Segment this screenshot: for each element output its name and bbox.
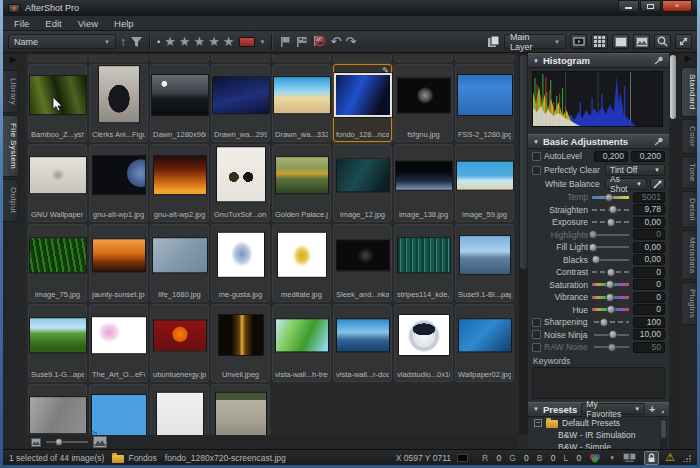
tab-tone[interactable]: Tone (681, 156, 697, 189)
slider-handle-vibrance[interactable] (606, 293, 615, 302)
slider-saturation[interactable] (591, 280, 630, 289)
tab-plugins[interactable]: Plugins (681, 282, 697, 325)
thumbnail-cell[interactable]: stripes114_kde.jpg (394, 224, 453, 302)
tab-detail[interactable]: Detail (681, 191, 697, 228)
slider-handle-highlights[interactable] (588, 230, 597, 239)
filter-funnel-icon[interactable] (130, 36, 143, 48)
star-icon[interactable]: ★ (223, 35, 236, 48)
large-thumbnails-icon[interactable] (93, 436, 107, 448)
resize-grip[interactable] (683, 454, 691, 462)
thumbnail-cell[interactable]: jaunty-sunset.jpg (89, 224, 148, 302)
value-noise-ninja[interactable]: 10,00 (633, 329, 665, 340)
thumbnail-size-handle[interactable] (55, 438, 63, 446)
value-temp[interactable]: 5001 (633, 192, 665, 203)
thumbnail-cell[interactable]: Drawn_wa...299_.jpg (211, 64, 270, 142)
sort-ascending-icon[interactable]: ↑ (120, 36, 126, 48)
rotate-right-icon[interactable]: ↷ (345, 35, 356, 48)
panel-collapse-arrow-icon[interactable]: ▶ (10, 55, 16, 64)
checkbox-sharpening[interactable] (532, 318, 541, 327)
thumbnail-cell[interactable]: me-gusta.jpg (211, 224, 270, 302)
checkbox-noise-ninja[interactable] (532, 330, 541, 339)
tab-metadata[interactable]: Metadata (681, 230, 697, 281)
value-highlights[interactable]: 0 (633, 229, 665, 240)
thumbnail-cell[interactable]: fsfgnu.jpg (394, 64, 453, 142)
panel-scrollbar[interactable] (669, 53, 677, 449)
thumbnail-cell[interactable]: GnuTuxSof...on-v1.jpg (211, 144, 270, 222)
tab-library[interactable]: Library (3, 70, 19, 113)
autolevel-checkbox[interactable] (532, 152, 541, 161)
thumbnail-cell[interactable]: Dawn_1280x960.jpg (150, 64, 209, 142)
small-thumbnails-icon[interactable] (31, 438, 41, 447)
thumbnail-cell[interactable] (28, 384, 87, 435)
value-raw-noise[interactable]: 50 (633, 342, 665, 353)
keywords-input[interactable] (532, 367, 665, 399)
duplicate-version-icon[interactable] (487, 35, 500, 48)
tree-collapse-icon[interactable]: − (534, 419, 542, 427)
thumbnail-cell-clipped[interactable] (333, 55, 392, 62)
slider-exposure[interactable] (591, 218, 630, 227)
magnify-button[interactable] (654, 34, 671, 49)
chevron-down-icon[interactable]: ▼ (609, 455, 615, 461)
thumbnail-cell[interactable] (150, 384, 209, 435)
grid-scrollbar-thumb[interactable] (520, 55, 527, 269)
pin-icon[interactable] (661, 405, 664, 414)
value-exposure[interactable]: 0,00 (633, 217, 665, 228)
presets-scrollbar-thumb[interactable] (661, 420, 666, 438)
color-management-button[interactable] (587, 452, 603, 464)
slider-handle-hue[interactable] (606, 305, 615, 314)
autolevel-black-value[interactable]: 0,200 (594, 151, 628, 162)
slider-handle-noise-ninja[interactable] (609, 330, 618, 339)
thumbnail-cell[interactable]: image_138.jpg (394, 144, 453, 222)
menu-file[interactable]: File (6, 17, 37, 30)
histogram-header[interactable]: ▼ Histogram (528, 53, 669, 68)
slider-handle-blacks[interactable] (592, 255, 601, 264)
slider-contrast[interactable] (591, 268, 630, 277)
flag-reject-icon[interactable] (312, 35, 326, 48)
thumbnail-cell[interactable]: meditate.jpg (272, 224, 331, 302)
thumbnail-cell[interactable]: Sleek_and...nkahn.jpg (333, 224, 392, 302)
thumbnail-cell[interactable]: Drawn_wa...332_.jpg (272, 64, 331, 142)
thumbnail-cell-clipped[interactable] (455, 55, 514, 62)
presets-header[interactable]: ▼ Presets My Favorites ▼ + (528, 402, 669, 417)
white-balance-picker-button[interactable] (650, 178, 665, 190)
slider-straighten[interactable] (591, 205, 630, 214)
layer-selector-dropdown[interactable]: Main Layer ▼ (504, 34, 566, 49)
thumbnail-cell-clipped[interactable] (211, 55, 270, 62)
no-rating-dot-icon[interactable]: • (157, 37, 160, 47)
thumbnail-cell[interactable]: vista-wall...h-tree.jpg (272, 304, 331, 382)
thumbnail-cell[interactable]: ✎fondo_128...ncast.jpg (333, 64, 392, 142)
thumbnail-cell[interactable]: Unveil.jpeg (211, 304, 270, 382)
thumbnail-cell[interactable]: vladstudio...0x1024.jpg (394, 304, 453, 382)
thumbnail-cell[interactable]: image_59.jpg (455, 144, 514, 222)
add-preset-button[interactable]: + (649, 404, 655, 415)
flag-review-icon[interactable] (295, 36, 308, 48)
value-straighten[interactable]: 9,78 (633, 204, 665, 215)
value-vibrance[interactable]: 0 (633, 292, 665, 303)
sort-by-dropdown[interactable]: Name ▼ (8, 34, 116, 49)
thumbnail-cell[interactable]: image_12.jpg (333, 144, 392, 222)
slider-highlights[interactable] (591, 230, 630, 239)
thumbnail-cell[interactable]: Suse9.1-G...apers.jpg (28, 304, 87, 382)
thumbnail-cell[interactable]: gnu-alt-wp2.jpg (150, 144, 209, 222)
slider-handle-saturation[interactable] (606, 280, 615, 289)
tab-standard[interactable]: Standard (681, 67, 697, 117)
panel-scrollbar-thumb[interactable] (670, 55, 676, 119)
preset-item-b-w-simple[interactable]: B&W - Simple (528, 441, 669, 450)
thumbnail-cell[interactable]: life_1680.jpg (150, 224, 209, 302)
menu-edit[interactable]: Edit (37, 17, 69, 30)
slider-raw-noise[interactable] (593, 343, 630, 352)
close-button[interactable]: × (662, 0, 692, 12)
image-view-button[interactable] (633, 34, 650, 49)
thumbnail-cell[interactable]: ubuntuenergy.jpg (150, 304, 209, 382)
slider-handle-contrast[interactable] (606, 268, 615, 277)
thumbnail-cell-clipped[interactable] (394, 55, 453, 62)
thumbnail-cell[interactable]: image_75.jpg (28, 224, 87, 302)
thumbnail-cell[interactable]: Suse9.1-Bl...papers.jpg (455, 224, 514, 302)
collapse-triangle-icon[interactable]: ▼ (533, 58, 539, 64)
tab-color[interactable]: Color (681, 119, 697, 154)
pin-icon[interactable] (654, 137, 664, 146)
value-hue[interactable]: 0 (633, 304, 665, 315)
collapse-triangle-icon[interactable]: ▼ (533, 139, 539, 145)
title-bar[interactable]: AfterShot Pro × (3, 0, 697, 16)
value-contrast[interactable]: 0 (633, 267, 665, 278)
